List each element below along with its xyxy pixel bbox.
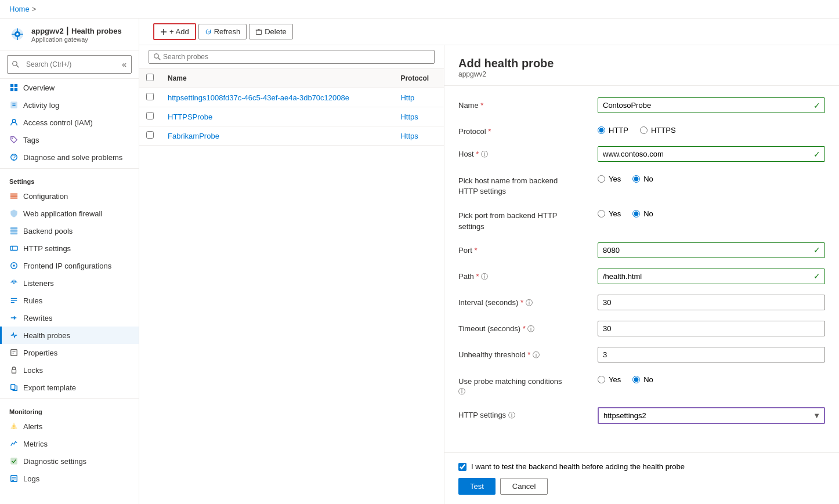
pick-host-no-option[interactable]: No (632, 175, 653, 183)
refresh-icon (205, 28, 212, 35)
sidebar-item-configuration[interactable]: Configuration (0, 187, 139, 205)
rules-icon (9, 296, 19, 305)
sidebar-item-rules[interactable]: Rules (0, 292, 139, 309)
sidebar-item-health-probes[interactable]: Health probes (0, 327, 139, 344)
timeout-input[interactable] (598, 321, 825, 336)
sidebar-item-tags-label: Tags (23, 136, 39, 144)
port-input[interactable] (598, 242, 825, 258)
protocol-http-radio[interactable] (598, 126, 605, 134)
sidebar-search-box[interactable]: « (7, 55, 132, 74)
sidebar-item-tags[interactable]: Tags (0, 131, 139, 148)
protocol-control: HTTP HTTPS (598, 124, 825, 135)
pick-port-yes-radio[interactable] (598, 210, 605, 217)
sidebar-item-rules-label: Rules (23, 296, 42, 305)
svg-point-7 (13, 61, 17, 66)
sidebar-item-metrics[interactable]: Metrics (0, 435, 139, 452)
list-search-input[interactable] (163, 53, 429, 61)
sidebar-item-diagnostic-settings[interactable]: Diagnostic settings (0, 452, 139, 470)
probe-name-1[interactable]: httpsettings1008fd37c-46c5-43ef-ae4a-3db… (161, 88, 393, 107)
collapse-icon[interactable]: « (122, 60, 126, 69)
probe-name-3[interactable]: FabrikamProbe (161, 126, 393, 146)
sidebar-item-waf[interactable]: Web application firewall (0, 205, 139, 222)
test-button[interactable]: Test (458, 478, 496, 495)
svg-rect-48 (256, 30, 262, 35)
unhealthy-info-icon[interactable]: ⓘ (533, 351, 540, 359)
http-settings-dropdown: httpsettings2 httpsettings1 ▼ (598, 407, 825, 424)
sidebar-item-http-settings[interactable]: HTTP settings (0, 240, 139, 257)
table-row: FabrikamProbe Https (139, 126, 444, 146)
sidebar-item-diagnose[interactable]: ? Diagnose and solve problems (0, 148, 139, 166)
use-probe-no-option[interactable]: No (632, 375, 653, 384)
sidebar-item-access-control[interactable]: Access control (IAM) (0, 114, 139, 131)
sidebar-item-properties[interactable]: Properties (0, 344, 139, 361)
delete-icon (255, 28, 262, 35)
resource-name: appgwv2 | Health probes (31, 26, 122, 36)
sidebar-item-activity-log[interactable]: Activity log (0, 96, 139, 114)
add-button[interactable]: + Add (153, 23, 196, 40)
interval-info-icon[interactable]: ⓘ (526, 299, 533, 307)
path-info-icon[interactable]: ⓘ (481, 273, 488, 281)
sidebar-item-alerts[interactable]: Alerts (0, 418, 139, 435)
pick-host-yes-radio[interactable] (598, 175, 605, 183)
sidebar-item-backend-pools[interactable]: Backend pools (0, 222, 139, 240)
rewrites-icon (9, 313, 19, 322)
protocol-row: Protocol * HTTP HTTPS (458, 124, 825, 136)
sidebar-item-frontend-ip[interactable]: Frontend IP configurations (0, 257, 139, 274)
pick-port-no-radio[interactable] (632, 210, 640, 217)
pick-host-yes-option[interactable]: Yes (598, 175, 621, 183)
unhealthy-row: Unhealthy threshold * ⓘ (458, 347, 825, 362)
sidebar-item-listeners[interactable]: Listeners (0, 274, 139, 292)
path-row: Path * ⓘ ✓ (458, 269, 825, 284)
alerts-icon (9, 422, 19, 431)
sidebar-item-locks[interactable]: Locks (0, 361, 139, 379)
pick-port-no-option[interactable]: No (632, 209, 653, 218)
protocol-https-option[interactable]: HTTPS (640, 126, 676, 135)
sidebar-item-export-template[interactable]: Export template (0, 379, 139, 396)
use-probe-yes-option[interactable]: Yes (598, 375, 621, 384)
sidebar-item-rewrites[interactable]: Rewrites (0, 309, 139, 327)
refresh-button[interactable]: Refresh (198, 24, 247, 39)
interval-input[interactable] (598, 295, 825, 310)
row-select-3[interactable] (146, 131, 154, 139)
protocol-column-header: Protocol (393, 69, 444, 88)
appgateway-icon (9, 26, 26, 42)
name-input[interactable] (598, 97, 825, 113)
sidebar-item-diagnostic-settings-label: Diagnostic settings (23, 457, 86, 466)
use-probe-info-icon[interactable]: ⓘ (458, 387, 586, 397)
protocol-radio-group: HTTP HTTPS (598, 124, 825, 135)
pick-port-yes-option[interactable]: Yes (598, 209, 621, 218)
breadcrumb-home[interactable]: Home (9, 5, 30, 13)
path-input[interactable] (598, 269, 825, 284)
probe-name-2[interactable]: HTTPSProbe (161, 107, 393, 126)
content-area: + Add Refresh Delete (139, 19, 839, 504)
cancel-button[interactable]: Cancel (500, 478, 548, 495)
http-settings-info-icon[interactable]: ⓘ (508, 411, 515, 419)
http-settings-select[interactable]: httpsettings2 httpsettings1 (598, 407, 825, 424)
svg-point-29 (13, 264, 15, 267)
sidebar-item-logs[interactable]: Logs (0, 470, 139, 487)
host-input[interactable] (598, 146, 825, 162)
http-settings-form-label: HTTP settings ⓘ (458, 407, 586, 420)
protocol-http-option[interactable]: HTTP (598, 126, 628, 135)
protocol-https-radio[interactable] (640, 126, 648, 134)
configuration-icon (9, 191, 19, 201)
delete-button[interactable]: Delete (249, 24, 293, 39)
use-probe-no-radio[interactable] (632, 376, 640, 383)
port-control: ✓ (598, 242, 825, 258)
path-label: Path * ⓘ (458, 269, 586, 282)
row-select-2[interactable] (146, 112, 154, 119)
svg-rect-25 (10, 233, 17, 235)
test-checkbox[interactable] (458, 463, 466, 471)
use-probe-yes-radio[interactable] (598, 376, 605, 383)
sidebar-item-overview[interactable]: Overview (0, 79, 139, 96)
host-info-icon[interactable]: ⓘ (481, 150, 488, 158)
select-all-checkbox[interactable] (146, 74, 154, 81)
sidebar-item-export-template-label: Export template (23, 383, 76, 392)
sidebar-item-locks-label: Locks (23, 366, 43, 375)
row-select-1[interactable] (146, 93, 154, 100)
pick-host-no-radio[interactable] (632, 175, 640, 183)
sidebar-search-input[interactable] (21, 58, 120, 71)
unhealthy-input[interactable] (598, 347, 825, 362)
list-search-box[interactable] (149, 50, 435, 64)
timeout-info-icon[interactable]: ⓘ (527, 325, 534, 333)
